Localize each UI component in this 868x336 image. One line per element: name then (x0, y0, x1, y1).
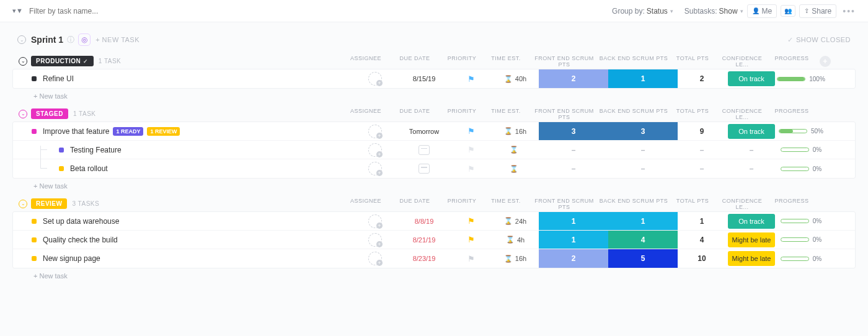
task-title-cell[interactable]: Improve that feature 1 READY1 REVIEW (13, 127, 353, 136)
back-cell[interactable]: 1 (608, 212, 678, 230)
assignee-cell[interactable] (353, 141, 397, 159)
col-total[interactable]: TOTAL PTS (668, 108, 717, 120)
task-tag[interactable]: 1 REVIEW (147, 127, 180, 136)
status-square[interactable] (32, 237, 37, 242)
new-task-button[interactable]: + NEW TASK (95, 36, 140, 43)
filter-icon[interactable]: ▾▼ (12, 7, 23, 15)
progress-cell[interactable]: 0% (777, 141, 825, 159)
assignee-avatar[interactable] (368, 162, 382, 175)
due-cell[interactable]: 8/21/19 (397, 231, 451, 249)
more-icon[interactable]: ••• (843, 6, 856, 16)
group-by-control[interactable]: Group by: Status ▾ (612, 7, 673, 15)
add-task-link[interactable]: + New task (12, 268, 856, 280)
assignee-cell[interactable] (353, 69, 397, 88)
add-task-link[interactable]: + New task (12, 89, 856, 100)
status-square[interactable] (32, 76, 37, 81)
status-square[interactable] (59, 166, 64, 171)
col-progress[interactable]: PROGRESS (768, 108, 816, 120)
back-cell[interactable]: – (608, 141, 678, 159)
assignee-avatar[interactable] (368, 143, 382, 157)
front-cell[interactable]: 1 (539, 212, 608, 230)
priority-cell[interactable]: ⚑ (451, 141, 492, 159)
assignee-cell[interactable] (353, 249, 397, 268)
collapse-all-toggle[interactable]: ⌄ (17, 35, 26, 44)
time-cell[interactable]: ⌛24h (492, 212, 539, 230)
front-cell[interactable]: 2 (539, 249, 608, 268)
col-confidence[interactable]: CONFIDENCE LE... (717, 108, 768, 120)
group-collapse-toggle[interactable]: ⌄ (19, 110, 27, 118)
total-cell[interactable]: 9 (678, 122, 726, 140)
col-priority[interactable]: PRIORITY (441, 108, 482, 120)
col-progress[interactable]: PROGRESS (768, 55, 816, 68)
back-cell[interactable]: 3 (608, 122, 678, 140)
col-due[interactable]: DUE DATE (388, 108, 441, 120)
back-cell[interactable]: 1 (608, 69, 678, 88)
progress-cell[interactable]: 0% (777, 231, 825, 249)
share-button[interactable]: ⇪ Share (799, 4, 836, 18)
front-cell[interactable]: 3 (539, 122, 608, 140)
status-pill[interactable]: PRODUCTION✓ (31, 56, 94, 66)
progress-cell[interactable]: 0% (777, 212, 825, 230)
task-title-cell[interactable]: New signup page (13, 254, 353, 263)
status-pill[interactable]: STAGED (31, 108, 68, 119)
col-due[interactable]: DUE DATE (388, 198, 441, 210)
filter-input[interactable] (28, 6, 189, 16)
due-cell[interactable]: 8/23/19 (397, 249, 451, 268)
task-title-cell[interactable]: Refine UI (13, 74, 353, 83)
status-square[interactable] (32, 219, 37, 224)
assignee-cell[interactable] (353, 231, 397, 249)
col-front-scrum[interactable]: FRONT END SCRUM PTS (529, 108, 599, 120)
progress-cell[interactable]: 0% (777, 249, 825, 268)
col-assignee[interactable]: ASSIGNEE (343, 108, 388, 120)
status-square[interactable] (59, 148, 64, 153)
front-cell[interactable]: 2 (539, 69, 608, 88)
total-cell[interactable]: 2 (678, 69, 726, 88)
due-cell[interactable]: 8/8/19 (397, 212, 451, 230)
assignee-avatar[interactable] (368, 125, 382, 138)
assignee-cell[interactable] (353, 122, 397, 140)
progress-cell[interactable]: 0% (777, 159, 825, 178)
due-cell[interactable] (397, 159, 451, 178)
col-back-scrum[interactable]: BACK END SCRUM PTS (599, 55, 668, 68)
total-cell[interactable]: – (678, 141, 726, 159)
due-cell[interactable]: 8/15/19 (397, 69, 451, 88)
confidence-cell[interactable]: Might be late (726, 249, 777, 268)
priority-cell[interactable]: ⚑ (451, 122, 492, 140)
col-progress[interactable]: PROGRESS (768, 198, 816, 210)
progress-cell[interactable]: 100% (777, 69, 825, 88)
time-cell[interactable]: ⌛16h (492, 122, 539, 140)
front-cell[interactable]: 1 (539, 231, 608, 249)
col-assignee[interactable]: ASSIGNEE (343, 55, 388, 68)
col-front-scrum[interactable]: FRONT END SCRUM PTS (529, 55, 599, 68)
col-priority[interactable]: PRIORITY (441, 55, 482, 68)
col-time[interactable]: TIME EST. (482, 198, 529, 210)
back-cell[interactable]: 5 (608, 249, 678, 268)
assignee-cell[interactable] (353, 212, 397, 230)
confidence-cell[interactable]: – (726, 141, 777, 159)
col-priority[interactable]: PRIORITY (441, 198, 482, 210)
confidence-cell[interactable]: – (726, 159, 777, 178)
group-collapse-toggle[interactable]: ⌄ (19, 200, 27, 208)
col-back-scrum[interactable]: BACK END SCRUM PTS (599, 198, 668, 210)
people-button[interactable]: 👥 (781, 5, 795, 17)
back-cell[interactable]: – (608, 159, 678, 178)
progress-cell[interactable]: 50% (777, 122, 825, 140)
priority-cell[interactable]: ⚑ (451, 249, 492, 268)
status-pill[interactable]: REVIEW (31, 198, 67, 209)
col-confidence[interactable]: CONFIDENCE LE... (717, 198, 768, 210)
back-cell[interactable]: 4 (608, 231, 678, 249)
total-cell[interactable]: – (678, 159, 726, 178)
status-square[interactable] (32, 256, 37, 261)
assignee-cell[interactable] (353, 159, 397, 178)
col-front-scrum[interactable]: FRONT END SCRUM PTS (529, 198, 599, 210)
task-tag[interactable]: 1 READY (113, 127, 143, 136)
time-cell[interactable]: ⌛4h (492, 231, 539, 249)
assignee-avatar[interactable] (368, 233, 382, 247)
task-title-cell[interactable]: Set up data warehouse (13, 217, 353, 226)
col-time[interactable]: TIME EST. (482, 55, 529, 68)
confidence-cell[interactable]: On track (726, 212, 777, 230)
col-due[interactable]: DUE DATE (388, 55, 441, 68)
info-icon[interactable]: ⓘ (67, 35, 74, 45)
total-cell[interactable]: 4 (678, 231, 726, 249)
time-cell[interactable]: ⌛40h (492, 69, 539, 88)
